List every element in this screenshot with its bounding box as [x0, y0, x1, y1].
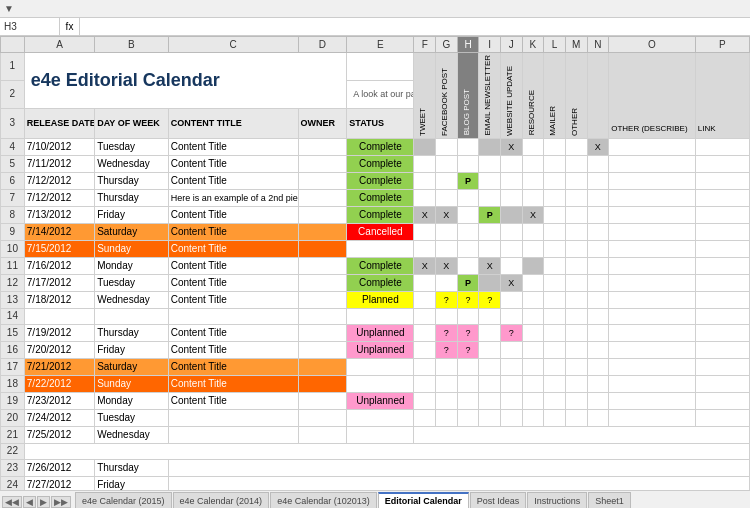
col-header-l: L	[544, 37, 566, 53]
header-other-describe: OTHER (DESCRIBE)	[609, 53, 696, 139]
col-header-d: D	[298, 37, 347, 53]
tab-sheet1[interactable]: Sheet1	[588, 492, 631, 508]
status-complete: Complete	[347, 138, 414, 155]
table-row: 23 7/26/2012 Thursday	[1, 459, 750, 476]
table-row: 7 7/12/2012 Thursday Here is an example …	[1, 189, 750, 206]
tab-e4e-2014[interactable]: e4e Calendar (2014)	[173, 492, 270, 508]
col-header-h: H	[457, 37, 479, 53]
header-link: LINK	[695, 53, 749, 139]
table-row: 4 7/10/2012 Tuesday Content Title Comple…	[1, 138, 750, 155]
table-row: 10 7/15/2012 Sunday Content Title	[1, 240, 750, 257]
header-mailer: MAILER	[544, 104, 562, 138]
status-unplanned: Unplanned	[347, 341, 414, 358]
status-complete: Complete	[347, 206, 414, 223]
header-blog: BLOG POST	[458, 87, 476, 137]
table-row: 11 7/16/2012 Monday Content Title Comple…	[1, 257, 750, 274]
col-header-c: C	[168, 37, 298, 53]
col-header-p: P	[695, 37, 749, 53]
table-row: 14	[1, 308, 750, 324]
header-tweet: TWEET	[414, 106, 432, 138]
col-header-n: N	[587, 37, 609, 53]
table-row: 13 7/18/2012 Wednesday Content Title Pla…	[1, 291, 750, 308]
table-row: 20 7/24/2012 Tuesday	[1, 409, 750, 426]
title-row: 1 e4e Editorial Calendar TWEET FACEBOOK …	[1, 53, 750, 81]
col-header-f: F	[414, 37, 436, 53]
table-row: 15 7/19/2012 Thursday Content Title Unpl…	[1, 324, 750, 341]
status-complete: Complete	[347, 155, 414, 172]
col-header-m: M	[565, 37, 587, 53]
status-planned: Planned	[347, 291, 414, 308]
corner-cell	[1, 37, 25, 53]
tab-nav-next[interactable]: ▶	[37, 496, 50, 508]
table-row: 6 7/12/2012 Thursday Content Title Compl…	[1, 172, 750, 189]
col-header-b: B	[95, 37, 169, 53]
status-cancelled: Cancelled	[347, 223, 414, 240]
table-row: 8 7/13/2012 Friday Content Title Complet…	[1, 206, 750, 223]
col-header-o: O	[609, 37, 696, 53]
tab-nav-last[interactable]: ▶▶	[51, 496, 71, 508]
toolbar-text: ▼	[4, 3, 14, 14]
spreadsheet-title: e4e Editorial Calendar	[24, 53, 347, 109]
status-complete: Complete	[347, 189, 414, 206]
table-row: 21 7/25/2012 Wednesday	[1, 426, 750, 443]
table-row: 9 7/14/2012 Saturday Content Title Cance…	[1, 223, 750, 240]
col-status: STATUS	[347, 108, 414, 138]
table-row: 12 7/17/2012 Tuesday Content Title Compl…	[1, 274, 750, 291]
tab-post-ideas[interactable]: Post Ideas	[470, 492, 527, 508]
tab-editorial[interactable]: Editorial Calendar	[378, 492, 469, 508]
tab-e4e-102013[interactable]: e4e Calendar (102013)	[270, 492, 377, 508]
status-complete: Complete	[347, 257, 414, 274]
status-complete: Complete	[347, 274, 414, 291]
col-owner: OWNER	[298, 108, 347, 138]
tab-nav-first[interactable]: ◀◀	[2, 496, 22, 508]
col-header-g: G	[436, 37, 458, 53]
header-email: EMAIL NEWSLETTER	[479, 53, 497, 138]
tab-nav-prev[interactable]: ◀	[23, 496, 36, 508]
col-header-k: K	[522, 37, 544, 53]
table-row: 17 7/21/2012 Saturday Content Title	[1, 358, 750, 375]
header-resource: RESOURCE	[523, 88, 541, 137]
col-header-j: J	[500, 37, 522, 53]
table-row: 18 7/22/2012 Sunday Content Title	[1, 375, 750, 392]
status-unplanned: Unplanned	[347, 324, 414, 341]
table-row: 22	[1, 443, 750, 459]
col-header-e: E	[347, 37, 414, 53]
tab-e4e-2015[interactable]: e4e Calendar (2015)	[75, 492, 172, 508]
status-complete: Complete	[347, 172, 414, 189]
col-content-title: CONTENT TITLE	[168, 108, 298, 138]
header-facebook: FACEBOOK POST	[436, 66, 454, 138]
table-row: 16 7/20/2012 Friday Content Title Unplan…	[1, 341, 750, 358]
spreadsheet-subtitle: A look at our past and future content ne…	[347, 80, 414, 108]
col-day-of-week: DAY OF WEEK	[95, 108, 169, 138]
col-header-a: A	[24, 37, 94, 53]
tab-instructions[interactable]: Instructions	[527, 492, 587, 508]
col-release-date: RELEASE DATE	[24, 108, 94, 138]
header-other: OTHER	[566, 106, 584, 138]
table-row: 19 7/23/2012 Monday Content Title Unplan…	[1, 392, 750, 409]
col-header-row: A B C D E F G H I J K L M N O	[1, 37, 750, 53]
header-website: WEBSITE UPDATE	[501, 64, 519, 138]
sheet-tabs: ◀◀ ◀ ▶ ▶▶ e4e Calendar (2015) e4e Calend…	[0, 490, 750, 508]
spreadsheet: A B C D E F G H I J K L M N O	[0, 36, 750, 508]
status-unplanned: Unplanned	[347, 392, 414, 409]
name-box[interactable]: H3	[0, 18, 60, 35]
cell-p-marker: P	[479, 206, 501, 223]
toolbar: ▼	[0, 0, 750, 18]
col-header-i: I	[479, 37, 501, 53]
cell-p-marker: P	[457, 274, 479, 291]
formula-icon: fx	[66, 21, 74, 32]
cell-p-marker: P	[457, 172, 479, 189]
table-row: 5 7/11/2012 Wednesday Content Title Comp…	[1, 155, 750, 172]
formula-bar: H3 fx	[0, 18, 750, 36]
